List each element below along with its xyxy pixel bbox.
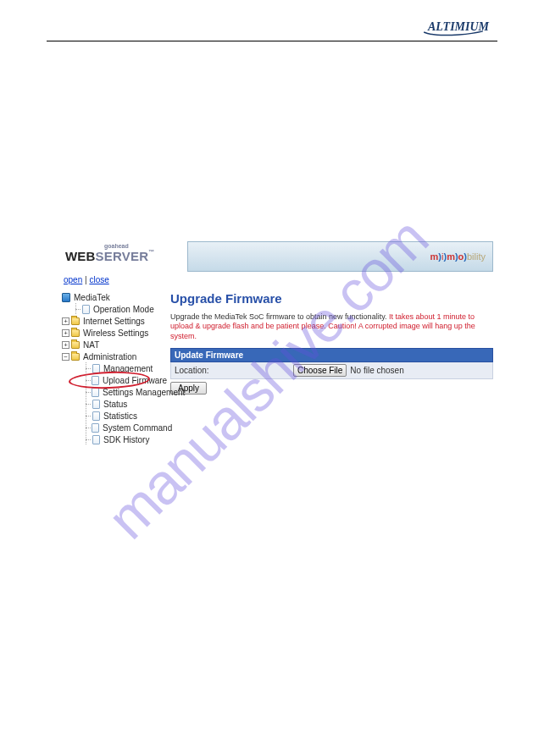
goahead-text: goahead bbox=[104, 243, 184, 249]
trademark: ™ bbox=[148, 249, 154, 255]
web-text: WEB bbox=[65, 249, 96, 263]
location-label: Location: bbox=[175, 366, 293, 375]
banner-area: m)i)m)o)bility bbox=[187, 241, 493, 272]
root-icon bbox=[62, 293, 70, 301]
tree-item-wireless-settings[interactable]: + Wireless Settings bbox=[62, 327, 167, 339]
folder-icon bbox=[71, 328, 80, 337]
web-admin-ui: goahead WEBSERVER™ m)i)m)o)bility open |… bbox=[62, 241, 493, 445]
tree-item-settings-management[interactable]: Settings Management bbox=[62, 386, 167, 398]
nav-tree: MediaTek Operation Mode + Internet Setti… bbox=[62, 291, 167, 445]
tree-item-upload-firmware[interactable]: Upload Firmware bbox=[62, 374, 167, 386]
tree-item-status[interactable]: Status bbox=[62, 398, 167, 410]
page-icon bbox=[92, 364, 100, 372]
page-icon bbox=[92, 400, 100, 408]
no-file-text: No file chosen bbox=[347, 366, 403, 375]
tree-root-mediatek[interactable]: MediaTek bbox=[62, 291, 167, 303]
minus-icon[interactable]: − bbox=[62, 353, 69, 361]
plus-icon[interactable]: + bbox=[62, 317, 69, 325]
page-icon bbox=[92, 411, 100, 420]
choose-file-button[interactable]: Choose File bbox=[293, 364, 347, 377]
page-icon bbox=[81, 305, 90, 313]
folder-icon bbox=[71, 317, 80, 325]
top-banner: goahead WEBSERVER™ m)i)m)o)bility bbox=[62, 241, 493, 272]
brand-logo: ALTIMIUM bbox=[419, 17, 497, 37]
tree-item-sdk-history[interactable]: SDK History bbox=[62, 433, 167, 445]
page-description: Upgrade the MediaTek SoC firmware to obt… bbox=[170, 312, 493, 341]
folder-icon bbox=[71, 352, 80, 361]
tree-controls: open | close bbox=[62, 272, 493, 291]
open-all-link[interactable]: open bbox=[64, 275, 82, 284]
tree-item-system-command[interactable]: System Command bbox=[62, 422, 167, 433]
location-row: Location: Choose File No file chosen bbox=[170, 362, 493, 379]
header-rule bbox=[47, 41, 497, 41]
close-all-link[interactable]: close bbox=[89, 275, 108, 284]
tree-item-internet-settings[interactable]: + Internet Settings bbox=[62, 315, 167, 327]
tree-item-management[interactable]: Management bbox=[62, 362, 167, 374]
tree-item-nat[interactable]: + NAT bbox=[62, 339, 167, 350]
server-text: SERVER bbox=[96, 249, 149, 263]
plus-icon[interactable]: + bbox=[62, 341, 69, 349]
page-icon bbox=[92, 388, 99, 396]
tree-item-operation-mode[interactable]: Operation Mode bbox=[62, 303, 167, 315]
tree-item-administration[interactable]: − Administration bbox=[62, 350, 167, 362]
page-icon bbox=[92, 423, 99, 432]
mimo-logo: m)i)m)o)bility bbox=[430, 251, 486, 262]
webserver-logo: goahead WEBSERVER™ bbox=[62, 241, 187, 272]
plus-icon[interactable]: + bbox=[62, 329, 69, 337]
content-area: Upgrade Firmware Upgrade the MediaTek So… bbox=[167, 291, 493, 445]
page-icon bbox=[92, 435, 100, 444]
tree-item-statistics[interactable]: Statistics bbox=[62, 410, 167, 422]
page-icon bbox=[92, 376, 99, 384]
folder-icon bbox=[71, 340, 80, 349]
brand-text: ALTIMIUM bbox=[427, 20, 490, 33]
page-title: Upgrade Firmware bbox=[170, 291, 493, 306]
section-header: Update Firmware bbox=[170, 348, 493, 362]
